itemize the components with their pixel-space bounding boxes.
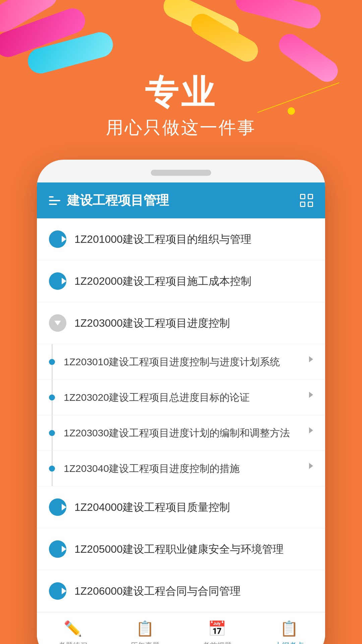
grid-cell-3 <box>300 202 305 207</box>
topic-list: 1Z201000建设工程项目的组织与管理 1Z202000建设工程项目施工成本控… <box>37 218 325 612</box>
item-icon-2 <box>49 272 66 290</box>
pencil-icon: ✏️ <box>64 620 82 637</box>
outline-icon: 📋 <box>280 619 299 638</box>
nav-item-prediction[interactable]: 📅 考前押题 <box>181 619 253 644</box>
sub-chevron-3 <box>309 427 313 433</box>
list-item-1z206000[interactable]: 1Z206000建设工程合同与合同管理 <box>37 570 325 612</box>
sub-item-dot-3 <box>49 430 55 436</box>
list-item-1z203000[interactable]: 1Z203000建设工程项目进度控制 <box>37 302 325 344</box>
nav-label-practice: 考题练习 <box>58 641 88 644</box>
list-item-1z205000[interactable]: 1Z205000建设工程职业健康安全与环境管理 <box>37 528 325 570</box>
chevron-right-icon-5 <box>62 546 66 552</box>
grid-cell-1 <box>300 194 305 199</box>
list-item-1z204000[interactable]: 1Z204000建设工程项目质量控制 <box>37 486 325 528</box>
item-text-1: 1Z201000建设工程项目的组织与管理 <box>74 232 313 247</box>
list-item-1z201000[interactable]: 1Z201000建设工程项目的组织与管理 <box>37 218 325 260</box>
sub-item-text-2: 1Z203020建设工程项目总进度目标的论证 <box>64 390 304 405</box>
nav-item-practice[interactable]: ✏️ 考题练习 <box>37 619 109 644</box>
menu-line-2 <box>49 200 60 201</box>
chevron-right-icon-2 <box>62 278 66 284</box>
hero-section: 专业 用心只做这一件事 <box>0 0 362 160</box>
sub-item-1z203010[interactable]: 1Z203010建设工程项目进度控制与进度计划系统 <box>37 344 325 380</box>
item-text-2: 1Z202000建设工程项目施工成本控制 <box>74 274 313 289</box>
list-item-1z202000[interactable]: 1Z202000建设工程项目施工成本控制 <box>37 260 325 302</box>
phone-mockup: 建设工程项目管理 1Z201000建设工程项目的组织与管理 <box>37 160 325 644</box>
sub-item-dot-2 <box>49 394 55 400</box>
menu-line-1 <box>49 196 54 198</box>
header-title: 建设工程项目管理 <box>67 192 169 209</box>
prediction-icon: 📅 <box>208 619 227 638</box>
list-icon: 📋 <box>136 620 154 637</box>
sub-item-1z203040[interactable]: 1Z203040建设工程项目进度控制的措施 <box>37 451 325 486</box>
phone-frame: 建设工程项目管理 1Z201000建设工程项目的组织与管理 <box>37 160 325 644</box>
grid-cell-4 <box>308 202 313 207</box>
menu-icon[interactable] <box>49 196 60 205</box>
nav-label-prediction: 考前押题 <box>202 641 232 644</box>
sub-items-1z203000: 1Z203010建设工程项目进度控制与进度计划系统 1Z203020建设工程项目… <box>37 344 325 486</box>
nav-label-past-exam: 历年真题 <box>130 641 160 644</box>
sub-chevron-4 <box>309 463 313 469</box>
app-header: 建设工程项目管理 <box>37 182 325 218</box>
sub-item-1z203020[interactable]: 1Z203020建设工程项目总进度目标的论证 <box>37 380 325 415</box>
chevron-right-icon-1 <box>62 236 66 243</box>
phone-notch <box>151 170 211 176</box>
sub-item-text-4: 1Z203040建设工程项目进度控制的措施 <box>64 461 304 476</box>
bottom-navigation: ✏️ 考题练习 📋 历年真题 📅 考前押题 <box>37 612 325 644</box>
item-icon-6 <box>49 582 66 600</box>
nav-item-past-exam[interactable]: 📋 历年真题 <box>109 619 181 644</box>
sub-item-1z203030[interactable]: 1Z203030建设工程项目进度计划的编制和调整方法 <box>37 415 325 451</box>
nav-label-outline: 大纲考点 <box>275 641 304 644</box>
sub-item-dot-1 <box>49 359 55 365</box>
past-exam-icon: 📋 <box>136 619 155 638</box>
calendar-icon: 📅 <box>208 620 226 637</box>
sub-item-dot-4 <box>49 466 55 472</box>
item-icon-3 <box>49 314 66 332</box>
sub-chevron-1 <box>309 356 313 362</box>
grid-icon[interactable] <box>300 194 313 207</box>
chevron-right-icon-4 <box>62 504 66 511</box>
item-text-4: 1Z204000建设工程项目质量控制 <box>74 500 313 515</box>
sub-chevron-2 <box>309 392 313 398</box>
grid-cell-2 <box>308 194 313 199</box>
chevron-right-icon-6 <box>62 588 66 594</box>
item-icon-4 <box>49 498 66 516</box>
hero-title: 专业 <box>0 74 362 111</box>
app-content: 建设工程项目管理 1Z201000建设工程项目的组织与管理 <box>37 182 325 644</box>
hero-subtitle: 用心只做这一件事 <box>0 116 362 140</box>
nav-item-outline[interactable]: 📋 大纲考点 <box>253 619 325 644</box>
item-icon-1 <box>49 230 66 248</box>
sub-item-text-1: 1Z203010建设工程项目进度控制与进度计划系统 <box>64 354 304 369</box>
sub-item-text-3: 1Z203030建设工程项目进度计划的编制和调整方法 <box>64 425 304 440</box>
star-icon: 📋 <box>280 620 298 637</box>
item-icon-5 <box>49 540 66 558</box>
menu-line-3 <box>49 204 57 205</box>
chevron-down-icon-3 <box>54 321 61 325</box>
item-text-5: 1Z205000建设工程职业健康安全与环境管理 <box>74 542 313 557</box>
item-text-6: 1Z206000建设工程合同与合同管理 <box>74 584 313 599</box>
item-text-3: 1Z203000建设工程项目进度控制 <box>74 316 313 331</box>
practice-icon: ✏️ <box>64 619 82 638</box>
header-left: 建设工程项目管理 <box>49 192 169 209</box>
